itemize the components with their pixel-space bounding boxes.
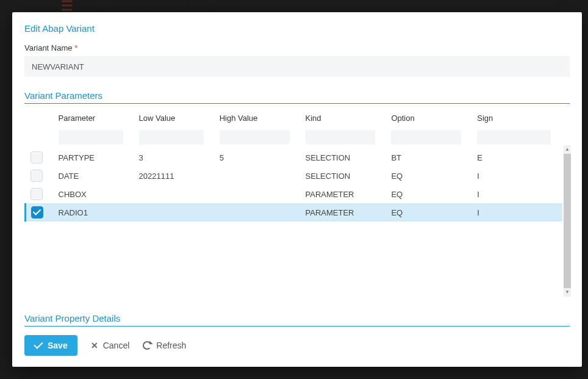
variant-name-input[interactable] bbox=[24, 56, 570, 77]
cell-low: 3 bbox=[134, 148, 215, 167]
table-row[interactable]: PARTYPE35SELECTIONBTE bbox=[26, 148, 563, 167]
modal-body-scroll[interactable]: Edit Abap Variant Variant Name * Variant… bbox=[12, 12, 582, 329]
grid-spacer bbox=[24, 222, 570, 313]
filter-sign[interactable] bbox=[477, 130, 551, 145]
table-row[interactable]: RADIO1PARAMETEREQI bbox=[26, 203, 563, 222]
refresh-icon bbox=[143, 341, 151, 350]
row-checkbox[interactable] bbox=[30, 170, 43, 182]
cell-high: 5 bbox=[215, 148, 301, 167]
scroll-down-icon[interactable]: ▼ bbox=[565, 288, 570, 297]
col-header-option[interactable]: Option bbox=[386, 110, 472, 126]
cell-low: 20221111 bbox=[134, 167, 215, 185]
filter-parameter[interactable] bbox=[59, 130, 124, 145]
cell-sign: E bbox=[472, 148, 562, 167]
cell-parameter: DATE bbox=[54, 167, 134, 185]
parameters-grid-wrap: Parameter Low Value High Value Kind Opti… bbox=[24, 110, 570, 222]
edit-variant-modal: Edit Abap Variant Variant Name * Variant… bbox=[12, 12, 582, 367]
variant-parameters-heading: Variant Parameters bbox=[24, 90, 570, 104]
cell-low bbox=[134, 203, 215, 222]
filter-low-value[interactable] bbox=[139, 130, 204, 145]
col-header-kind[interactable]: Kind bbox=[301, 110, 387, 126]
row-checkbox[interactable] bbox=[30, 151, 43, 164]
variant-name-label-text: Variant Name bbox=[24, 43, 73, 52]
cell-high bbox=[215, 167, 301, 185]
cell-kind: SELECTION bbox=[301, 148, 387, 167]
required-asterisk-icon: * bbox=[74, 43, 77, 52]
cell-option: EQ bbox=[386, 167, 472, 185]
cell-sign: I bbox=[472, 185, 562, 203]
parameters-table: Parameter Low Value High Value Kind Opti… bbox=[24, 110, 562, 222]
cancel-button-label: Cancel bbox=[103, 341, 130, 350]
filter-option[interactable] bbox=[391, 130, 461, 145]
col-header-low-value[interactable]: Low Value bbox=[134, 110, 215, 126]
close-icon: ✕ bbox=[91, 341, 98, 350]
cell-parameter: CHBOX bbox=[54, 185, 134, 203]
table-header-row: Parameter Low Value High Value Kind Opti… bbox=[26, 110, 563, 126]
table-vertical-scrollbar[interactable]: ▲ ▼ bbox=[564, 145, 571, 297]
cell-high bbox=[215, 185, 301, 203]
modal-title: Edit Abap Variant bbox=[24, 23, 570, 34]
row-checkbox[interactable] bbox=[31, 206, 43, 218]
table-filter-row bbox=[26, 126, 563, 148]
cell-option: BT bbox=[386, 148, 472, 167]
save-button[interactable]: Save bbox=[24, 335, 77, 356]
save-button-label: Save bbox=[48, 341, 68, 350]
refresh-button[interactable]: Refresh bbox=[143, 341, 186, 350]
filter-high-value[interactable] bbox=[220, 130, 290, 145]
variant-name-label: Variant Name * bbox=[24, 43, 570, 52]
variant-property-details-heading: Variant Property Details bbox=[24, 313, 570, 327]
cell-parameter: RADIO1 bbox=[54, 203, 134, 222]
cell-option: EQ bbox=[386, 185, 472, 203]
table-row[interactable]: DATE20221111SELECTIONEQI bbox=[26, 167, 563, 185]
cell-sign: I bbox=[472, 167, 562, 185]
cell-parameter: PARTYPE bbox=[54, 148, 134, 167]
cell-low bbox=[134, 185, 215, 203]
scroll-thumb[interactable] bbox=[564, 154, 571, 288]
check-icon bbox=[34, 339, 43, 349]
cell-kind: PARAMETER bbox=[301, 185, 387, 203]
col-header-parameter[interactable]: Parameter bbox=[54, 110, 134, 126]
col-header-sign[interactable]: Sign bbox=[472, 110, 562, 126]
cell-option: EQ bbox=[386, 203, 472, 222]
cancel-button[interactable]: ✕ Cancel bbox=[91, 341, 130, 350]
cell-high bbox=[215, 203, 301, 222]
cell-kind: PARAMETER bbox=[301, 203, 387, 222]
refresh-button-label: Refresh bbox=[156, 341, 186, 350]
col-header-high-value[interactable]: High Value bbox=[215, 110, 301, 126]
modal-footer: Save ✕ Cancel Refresh bbox=[12, 329, 582, 367]
table-row[interactable]: CHBOXPARAMETEREQI bbox=[26, 185, 563, 203]
cell-sign: I bbox=[472, 203, 562, 222]
scroll-up-icon[interactable]: ▲ bbox=[565, 145, 570, 154]
row-checkbox[interactable] bbox=[30, 188, 43, 200]
cell-kind: SELECTION bbox=[301, 167, 387, 185]
filter-kind[interactable] bbox=[306, 130, 376, 145]
